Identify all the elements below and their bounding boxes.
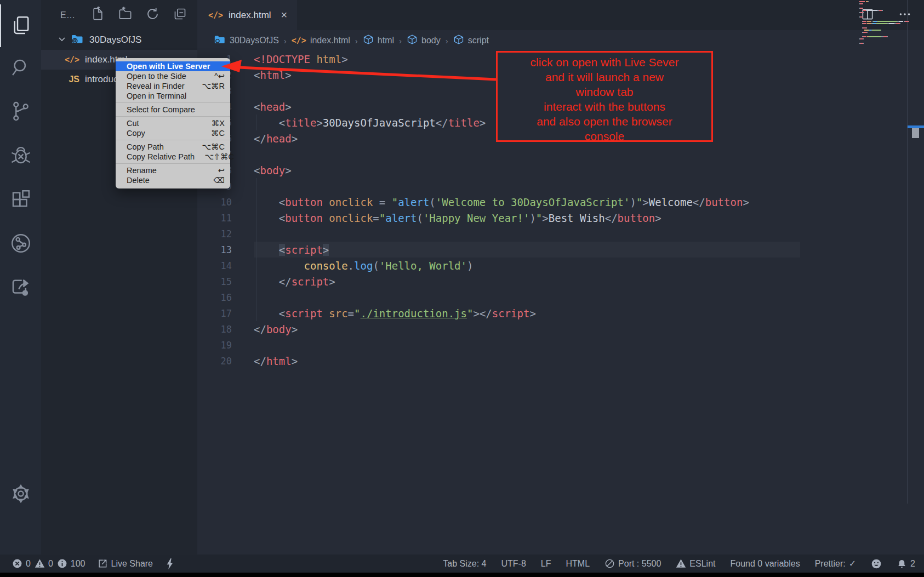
port-status[interactable]: Port : 5500 (604, 558, 661, 569)
live-share-status[interactable]: Live Share (97, 558, 153, 569)
tab-label: index.html (229, 10, 271, 21)
explorer-title: E… (60, 10, 75, 20)
folder-name: 30DaysOfJS (89, 35, 141, 45)
breadcrumb: 30DaysOfJS › </> index.html › html › bod… (197, 30, 924, 51)
folder-icon (71, 32, 84, 48)
html-code-icon: </> (292, 36, 306, 45)
menu-separator (116, 140, 230, 140)
problems-errors[interactable]: 0 (12, 558, 31, 569)
breadcrumb-label: html (378, 36, 394, 45)
variables-status[interactable]: Found 0 variables (730, 559, 800, 569)
breadcrumb-separator: › (355, 36, 358, 45)
symbol-cube-icon (407, 34, 418, 47)
new-folder-icon[interactable] (118, 7, 133, 24)
breadcrumb-item-file[interactable]: </> index.html (292, 36, 350, 45)
menu-item-rename[interactable]: Rename↩ (116, 165, 230, 175)
extensions-icon[interactable] (0, 178, 41, 221)
menu-item-reveal-in-finder[interactable]: Reveal in Finder⌥⌘R (116, 81, 230, 91)
tab-size-status[interactable]: Tab Size: 4 (443, 559, 486, 569)
eslint-status[interactable]: ESLint (676, 558, 715, 569)
eslint-warning-icon (676, 558, 686, 569)
collapse-folders-icon[interactable] (173, 7, 187, 24)
smiley-icon (871, 558, 882, 569)
run-debug-icon[interactable] (0, 134, 41, 177)
code-line[interactable]: 10 <button onclick = "alert('Welcome to … (197, 194, 924, 210)
line-number: 17 (197, 308, 232, 319)
menu-item-copy-path[interactable]: Copy Path⌥⌘C (116, 142, 230, 152)
menu-item-copy[interactable]: Copy⌘C (116, 128, 230, 138)
refresh-icon[interactable] (145, 7, 160, 24)
prettier-status[interactable]: Prettier: ✓ (815, 558, 856, 569)
encoding-status[interactable]: UTF-8 (501, 559, 526, 569)
minimap-border (907, 0, 908, 504)
breadcrumb-label: index.html (310, 36, 350, 45)
breadcrumb-item-folder[interactable]: 30DaysOfJS (214, 33, 279, 48)
eol-status[interactable]: LF (541, 559, 551, 569)
menu-item-delete[interactable]: Delete⌫ (116, 175, 230, 185)
code-line[interactable]: 8<body> (197, 162, 924, 178)
lightning-status[interactable] (166, 558, 174, 570)
warning-icon (35, 558, 45, 569)
code-line[interactable]: 13 <script> (197, 242, 924, 258)
code-line[interactable]: 12 (197, 226, 924, 242)
code-line[interactable]: 15 </script> (197, 273, 924, 289)
code-line[interactable]: 7 (197, 146, 924, 162)
info-count[interactable]: 100 (57, 558, 85, 569)
tab-bar: </> index.html × (197, 0, 924, 30)
line-number: 18 (197, 324, 232, 335)
menu-item-open-with-live-server[interactable]: Open with Live Server (116, 61, 230, 71)
new-file-icon[interactable] (90, 7, 105, 24)
live-share-icon (97, 558, 108, 569)
activity-bar (0, 0, 41, 555)
chevron-down-icon (58, 35, 66, 46)
bell-icon (897, 558, 907, 569)
breadcrumb-item-script[interactable]: script (453, 34, 489, 47)
close-icon[interactable]: × (281, 9, 288, 21)
code-line[interactable]: 17 <script src="./introduction.js"></scr… (197, 305, 924, 321)
breadcrumb-label: 30DaysOfJS (230, 36, 279, 45)
line-number: 16 (197, 292, 232, 303)
breadcrumb-item-body[interactable]: body (407, 34, 441, 47)
code-line[interactable]: 11 <button onclick="alert('Happy New Yea… (197, 210, 924, 226)
code-line[interactable]: 20</html> (197, 353, 924, 369)
breadcrumb-separator: › (399, 36, 402, 45)
annotation-box: click on open with Live Sever and it wil… (496, 51, 713, 142)
share-icon[interactable] (0, 266, 41, 309)
menu-item-open-in-terminal[interactable]: Open in Terminal (116, 91, 230, 101)
menu-item-cut[interactable]: Cut⌘X (116, 118, 230, 128)
breadcrumb-item-html[interactable]: html (363, 34, 394, 47)
search-icon[interactable] (0, 46, 41, 89)
notifications[interactable]: 2 (897, 558, 915, 569)
window-bottom-edge (0, 573, 924, 577)
code-line[interactable]: 9 (197, 178, 924, 194)
menu-item-select-for-compare[interactable]: Select for Compare (116, 105, 230, 115)
language-status[interactable]: HTML (566, 559, 590, 569)
code-line[interactable]: 14 console.log('Hello, World') (197, 258, 924, 273)
settings-gear-icon[interactable] (0, 472, 41, 515)
js-icon: JS (41, 75, 79, 84)
live-share-session-icon[interactable] (0, 222, 41, 265)
source-control-icon[interactable] (0, 90, 41, 133)
line-number: 14 (197, 260, 232, 271)
feedback-smiley[interactable] (871, 558, 882, 569)
tab-index-html[interactable]: </> index.html × (197, 0, 297, 30)
line-number: 15 (197, 276, 232, 287)
code-line[interactable]: 16 (197, 289, 924, 305)
menu-item-open-to-the-side[interactable]: Open to the Side^↩ (116, 71, 230, 81)
vscode-window: E… 30DaysOfJS </> index.html JS introduc… (0, 0, 924, 577)
tree-row-folder[interactable]: 30DaysOfJS (41, 30, 197, 50)
menu-item-copy-relative-path[interactable]: Copy Relative Path⌥⇧⌘C (116, 152, 230, 162)
code-line[interactable]: 19 (197, 337, 924, 353)
symbol-cube-icon (363, 34, 374, 47)
line-number: 10 (197, 197, 232, 208)
problems-warnings[interactable]: 0 (35, 558, 53, 569)
line-number: 12 (197, 228, 232, 239)
check-icon: ✓ (849, 558, 856, 569)
scrollbar-thumb[interactable] (912, 128, 919, 138)
menu-separator (116, 102, 230, 103)
breadcrumb-label: script (468, 36, 489, 45)
line-number: 11 (197, 213, 232, 224)
port-icon (604, 558, 615, 569)
code-line[interactable]: 18</body> (197, 321, 924, 337)
explorer-icon[interactable] (0, 4, 41, 47)
